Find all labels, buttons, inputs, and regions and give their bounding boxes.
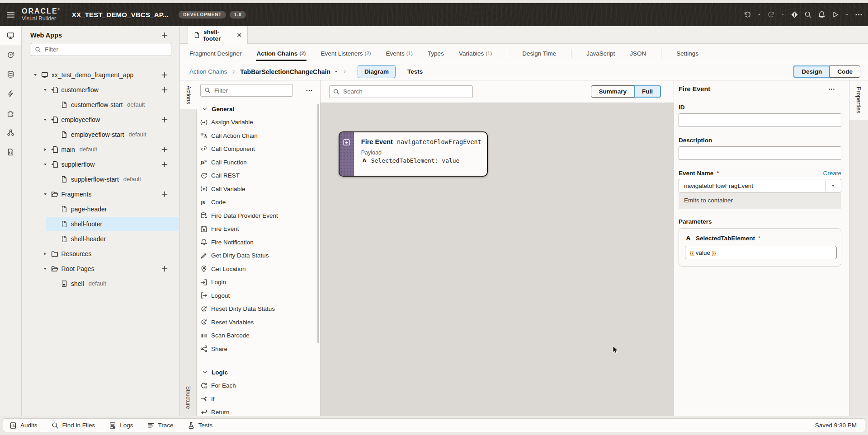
undo-icon[interactable] [744, 11, 751, 19]
expander-icon[interactable] [42, 265, 49, 272]
palette-filter-input[interactable] [214, 87, 294, 94]
add-button[interactable] [161, 116, 168, 123]
mode-button-code[interactable]: Code [830, 65, 860, 78]
redo-icon[interactable] [767, 11, 775, 19]
tab-shell-footer[interactable]: shell-footer [188, 26, 248, 44]
tree-item-employeeflow[interactable]: employeeflow [22, 112, 179, 127]
tree-item-resources[interactable]: Resources [22, 246, 179, 261]
vertical-tab-properties[interactable]: Properties [849, 80, 868, 120]
expander-icon[interactable] [42, 116, 49, 123]
app-title[interactable]: XX_TEST_DEMO_VBCS_AP... [72, 11, 169, 19]
palette-item-call-rest[interactable]: Call REST [197, 169, 320, 182]
footer-item-trace[interactable]: Trace [147, 422, 174, 429]
footer-item-tests[interactable]: Tests [188, 422, 213, 429]
git-diamond-icon[interactable] [791, 11, 798, 19]
tree-item-main[interactable]: maindefault [22, 142, 179, 157]
rail-item-sync-icon[interactable] [0, 45, 21, 65]
hamburger-menu-icon[interactable] [6, 10, 15, 19]
rail-item-monitor-icon[interactable] [0, 26, 21, 45]
expander-icon[interactable] [42, 146, 49, 153]
web-apps-filter[interactable] [31, 43, 171, 56]
search-icon[interactable] [804, 11, 812, 19]
palette-item-fire-event[interactable]: Fire Event [197, 222, 320, 236]
expander-icon[interactable] [42, 250, 49, 257]
palette-item-fire-notification[interactable]: Fire Notification [197, 236, 320, 249]
subtab-variables[interactable]: Variables(1) [459, 44, 492, 63]
bell-icon[interactable] [818, 11, 826, 19]
view-button-summary[interactable]: Summary [591, 85, 634, 98]
rail-item-puzzle-icon[interactable] [0, 103, 21, 123]
tree-item-shell-header[interactable]: shell-header [22, 231, 179, 246]
add-button[interactable] [161, 146, 168, 153]
event-name-combobox[interactable]: navigatetoFlowFragEvent [679, 179, 841, 192]
vertical-tab-structure[interactable]: Structure [180, 379, 197, 416]
create-event-link[interactable]: Create [823, 170, 841, 177]
subtab-types[interactable]: Types [428, 44, 444, 63]
tree-item-customerflow[interactable]: customerflow [22, 82, 179, 97]
expander-icon[interactable] [42, 86, 49, 94]
tree-item-root-pages[interactable]: Root Pages [22, 261, 179, 276]
id-input[interactable] [679, 113, 841, 127]
footer-item-find-in-files[interactable]: Find in Files [52, 422, 95, 429]
palette-item-return[interactable]: Return [197, 406, 320, 416]
tree-item-supplierflow[interactable]: supplierflow [22, 157, 179, 172]
view-tab-tests[interactable]: Tests [401, 65, 429, 78]
caret-down-icon[interactable] [845, 13, 849, 17]
expander-icon[interactable] [32, 71, 39, 79]
palette-section-general[interactable]: General [197, 102, 320, 116]
rail-item-lightning-icon[interactable] [0, 84, 21, 103]
breadcrumb-action-chains-link[interactable]: Action Chains [189, 68, 227, 75]
combo-caret[interactable] [826, 183, 841, 188]
palette-item-reset-dirty-data-status[interactable]: Reset Dirty Data Status [197, 302, 320, 316]
subtab-fragment-designer[interactable]: Fragment Designer [189, 44, 242, 63]
close-tab-icon[interactable] [236, 32, 243, 38]
view-tab-diagram[interactable]: Diagram [358, 65, 396, 78]
add-button[interactable] [161, 161, 168, 168]
mode-button-design[interactable]: Design [793, 65, 830, 78]
expander-icon[interactable] [42, 191, 49, 198]
breadcrumb-current-chain[interactable]: TabBarSelectionChangeChain [240, 68, 330, 75]
tree-item-supplierflow-start[interactable]: supplierflow-startdefault [22, 172, 179, 187]
palette-item-login[interactable]: Login [197, 276, 320, 289]
palette-item-get-location[interactable]: Get Location [197, 262, 320, 276]
subtab-json[interactable]: JSON [630, 44, 646, 63]
palette-item-if[interactable]: If [197, 393, 320, 406]
palette-item-call-function[interactable]: JSCall Function [197, 156, 320, 169]
tree-item-page-header[interactable]: page-header [22, 201, 179, 216]
tree-item-employeeflow-start[interactable]: employeeflow-startdefault [22, 127, 179, 142]
palette-menu-icon[interactable] [306, 87, 313, 94]
palette-item-get-dirty-data-status[interactable]: Get Dirty Data Status [197, 249, 320, 262]
tree-item-shell[interactable]: shelldefault [22, 276, 179, 291]
footer-item-audits[interactable]: Audits [9, 422, 38, 429]
add-button[interactable] [161, 86, 168, 94]
play-icon[interactable] [831, 11, 839, 19]
add-button[interactable] [161, 191, 168, 198]
palette-filter[interactable] [200, 84, 293, 97]
palette-section-logic[interactable]: Logic [197, 365, 320, 379]
description-input[interactable] [679, 146, 841, 160]
tree-item-customerflow-start[interactable]: customerflow-startdefault [22, 97, 179, 112]
palette-item-call-component[interactable]: Call Component [197, 142, 320, 156]
tree-item-xx-test-demo-fragment-app[interactable]: xx_test_demo_fragment_app [22, 67, 179, 82]
palette-item-call-action-chain[interactable]: Call Action Chain [197, 129, 320, 143]
add-button[interactable] [161, 71, 168, 79]
rail-item-code-file-icon[interactable] [0, 142, 21, 162]
subtab-action-chains[interactable]: Action Chains(2) [257, 44, 306, 63]
add-web-app-button[interactable] [161, 32, 168, 39]
expander-icon[interactable] [42, 161, 49, 168]
palette-item-scan-barcode[interactable]: Scan Barcode [197, 329, 320, 342]
palette-item-logout[interactable]: Logout [197, 289, 320, 303]
view-button-full[interactable]: Full [634, 85, 661, 98]
subtab-events[interactable]: Events(1) [386, 44, 413, 63]
subtab-design-time[interactable]: Design Time [522, 44, 556, 63]
add-button[interactable] [161, 265, 168, 272]
palette-item-share[interactable]: Share [197, 342, 320, 356]
footer-item-logs[interactable]: Logs [109, 422, 133, 429]
canvas-search[interactable] [329, 85, 473, 98]
rail-item-database-icon[interactable] [0, 65, 21, 84]
canvas-body[interactable]: Fire Event navigatetoFlowFragEvent Paylo… [321, 103, 674, 416]
palette-item-fire-data-provider-event[interactable]: Fire Data Provider Event [197, 209, 320, 223]
rail-item-diagram-icon[interactable] [0, 123, 21, 142]
fire-event-node[interactable]: Fire Event navigatetoFlowFragEvent Paylo… [339, 131, 488, 177]
vertical-tab-actions[interactable]: Actions [180, 80, 197, 109]
